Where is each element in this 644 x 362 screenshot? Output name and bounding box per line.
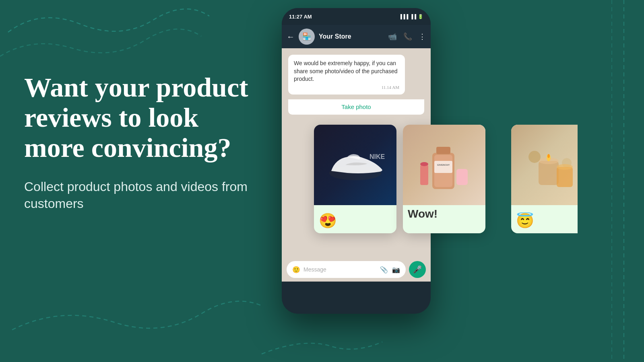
status-time: 11:27 AM <box>289 14 312 20</box>
svg-point-15 <box>547 154 550 158</box>
shoe-image: NIKE <box>314 125 396 205</box>
svg-rect-18 <box>557 167 573 187</box>
camera-input-icon[interactable]: 📷 <box>392 266 400 274</box>
input-icons: 📎 📷 <box>380 266 400 274</box>
back-icon[interactable]: ← <box>287 32 295 41</box>
take-photo-label[interactable]: Take photo <box>341 103 371 110</box>
wifi-icon: ▐▐ <box>410 14 416 19</box>
take-photo-area[interactable]: Take photo <box>288 99 424 115</box>
candle-image <box>511 125 594 205</box>
chat-header: ← 🏪 Your Store 📹 📞 ⋮ <box>282 25 431 48</box>
svg-point-10 <box>420 162 428 166</box>
phone-call-icon[interactable]: 📞 <box>403 32 412 41</box>
svg-point-16 <box>528 151 541 163</box>
svg-rect-11 <box>456 169 468 185</box>
attachment-icon[interactable]: 📎 <box>380 266 388 274</box>
card-emoji-1: 😍 <box>319 212 337 229</box>
svg-rect-12 <box>539 161 559 185</box>
message-bubble: We would be extremely happy, if you can … <box>288 55 405 95</box>
avatar: 🏪 <box>299 29 315 45</box>
signal-icon: ▐▐▐ <box>399 14 408 19</box>
emoji-input-icon: 🙂 <box>292 266 300 274</box>
more-icon[interactable]: ⋮ <box>419 32 426 41</box>
left-section: Want your product reviews to look more c… <box>24 72 258 212</box>
mic-icon: 🎤 <box>413 265 422 274</box>
review-card-shoe: NIKE 😍 <box>314 125 396 233</box>
subtext: Collect product photos and videos from c… <box>24 179 258 212</box>
card-emoji-3: 😇 <box>516 212 534 229</box>
video-call-icon[interactable]: 📹 <box>388 32 397 41</box>
review-cards-area: NIKE 😍 GIVENCHY Wow! <box>314 125 485 233</box>
card-text-2: Wow! <box>403 205 485 220</box>
review-card-perfume: GIVENCHY Wow! <box>403 125 485 233</box>
store-name: Your Store <box>319 33 384 40</box>
headline: Want your product reviews to look more c… <box>24 72 258 162</box>
svg-point-19 <box>557 164 573 170</box>
svg-text:GIVENCHY: GIVENCHY <box>437 164 450 166</box>
status-bar: 11:27 AM ▐▐▐ ▐▐ 🔋 <box>282 8 431 25</box>
svg-rect-7 <box>434 161 452 173</box>
mic-button[interactable]: 🎤 <box>409 261 426 278</box>
status-icons: ▐▐▐ ▐▐ 🔋 <box>399 14 423 19</box>
svg-rect-9 <box>420 165 428 185</box>
header-icons: 📹 📞 ⋮ <box>388 32 426 41</box>
review-card-candles: 😇 <box>511 125 594 233</box>
input-field[interactable]: 🙂 Message 📎 📷 <box>287 261 406 278</box>
message-time: 11.14 AM <box>294 85 399 90</box>
input-placeholder: Message <box>303 266 326 273</box>
svg-rect-6 <box>436 147 450 154</box>
perfume-image: GIVENCHY <box>403 125 485 205</box>
message-input-bar: 🙂 Message 📎 📷 🎤 <box>282 257 431 282</box>
svg-text:NIKE: NIKE <box>369 153 385 160</box>
battery-icon: 🔋 <box>418 14 423 19</box>
message-text: We would be extremely happy, if you can … <box>294 60 399 83</box>
